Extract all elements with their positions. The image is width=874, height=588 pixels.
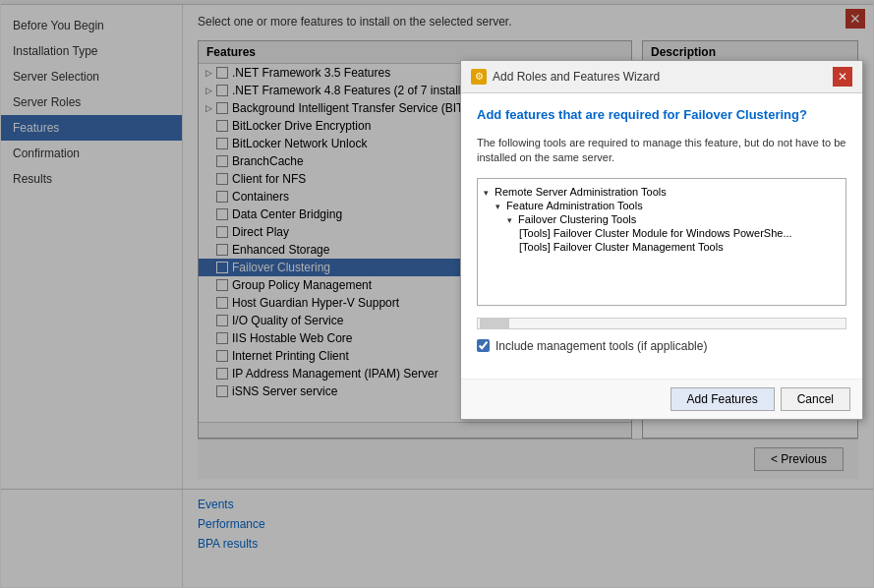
tree-scrollbar[interactable] (477, 318, 846, 329)
dialog-body: Add features that are required for Failo… (461, 93, 862, 379)
label-fcm2: [Tools] Failover Cluster Management Tool… (519, 241, 724, 253)
include-mgmt-checkbox[interactable] (477, 339, 490, 352)
tree-item-fcm2: [Tools] Failover Cluster Management Tool… (484, 240, 840, 254)
tree-item-fct: ▾ Failover Clustering Tools (484, 212, 840, 226)
tree-item-fat: ▾ Feature Administration Tools (484, 199, 840, 212)
dialog-tree: ▾ Remote Server Administration Tools ▾ F… (477, 178, 846, 306)
dialog-sub-text: The following tools are required to mana… (477, 136, 846, 166)
add-features-button[interactable]: Add Features (670, 387, 775, 411)
include-mgmt-row: Include management tools (if applicable) (477, 339, 846, 353)
dialog-footer: Add Features Cancel (461, 379, 862, 419)
main-window: ✕ Before You Begin Installation Type Ser… (0, 0, 874, 588)
include-mgmt-label: Include management tools (if applicable) (495, 339, 707, 353)
tri-fct: ▾ (507, 215, 512, 225)
cancel-button[interactable]: Cancel (781, 387, 850, 411)
dialog-title-bar: ⚙ Add Roles and Features Wizard ✕ (461, 61, 862, 93)
tree-item-fcm1: [Tools] Failover Cluster Module for Wind… (484, 226, 840, 240)
add-roles-dialog: ⚙ Add Roles and Features Wizard ✕ Add fe… (460, 60, 863, 420)
label-fct: Failover Clustering Tools (518, 213, 636, 225)
dialog-close-button[interactable]: ✕ (833, 67, 852, 87)
tree-item-rsat: ▾ Remote Server Administration Tools (484, 185, 840, 199)
label-rsat: Remote Server Administration Tools (495, 186, 667, 198)
dialog-title-text: Add Roles and Features Wizard (493, 70, 833, 84)
label-fat: Feature Administration Tools (506, 200, 643, 211)
dialog-main-question: Add features that are required for Failo… (477, 107, 846, 124)
tri-fat: ▾ (495, 202, 500, 211)
dialog-title-icon: ⚙ (471, 69, 487, 85)
tri-rsat: ▾ (484, 188, 489, 198)
label-fcm1: [Tools] Failover Cluster Module for Wind… (519, 227, 792, 239)
dialog-overlay: ⚙ Add Roles and Features Wizard ✕ Add fe… (1, 1, 873, 587)
